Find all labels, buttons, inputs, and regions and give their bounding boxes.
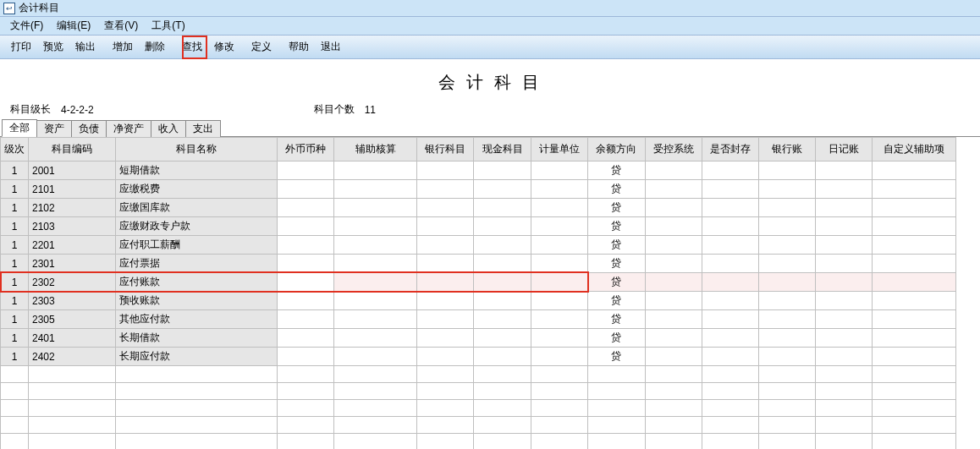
cell-bank-subject[interactable] [416,180,473,199]
cell-bank-subject[interactable] [416,310,473,329]
cell-unit[interactable] [531,199,587,217]
col-code[interactable]: 科目编码 [29,138,116,162]
col-sealed[interactable]: 是否封存 [702,138,759,162]
cell-sealed[interactable] [702,236,759,255]
cell-cash-subject[interactable] [474,236,531,255]
cell-balance-dir[interactable]: 贷 [588,180,645,199]
cell-bank-subject[interactable] [416,329,473,348]
cell-bank-ledger[interactable] [759,162,816,180]
cell-custom-aux[interactable] [872,199,955,217]
cell-custom-aux[interactable] [872,255,955,273]
tab-all[interactable]: 全部 [2,119,37,137]
cell-custom-aux[interactable] [872,236,955,255]
cell-bank-subject[interactable] [416,217,473,236]
cell-unit[interactable] [531,180,587,199]
tb-modify[interactable]: 修改 [208,36,240,57]
cell-bank-subject[interactable] [416,292,473,310]
cell-code[interactable]: 2001 [29,162,116,180]
menu-edit[interactable]: 编辑(E) [50,17,97,35]
tb-find[interactable]: 查找 [176,36,208,57]
cell-currency[interactable] [277,348,333,366]
cell-journal[interactable] [816,180,873,199]
cell-controlled[interactable] [645,217,702,236]
cell-bank-subject[interactable] [416,273,473,292]
cell-bank-ledger[interactable] [759,273,816,292]
cell-bank-ledger[interactable] [759,329,816,348]
cell-name[interactable]: 短期借款 [116,162,277,180]
cell-sealed[interactable] [702,162,759,180]
table-row[interactable]: 12305其他应付款贷 [1,310,956,329]
tab-netasset[interactable]: 净资产 [106,120,151,137]
cell-bank-ledger[interactable] [759,236,816,255]
cell-controlled[interactable] [645,180,702,199]
table-row[interactable]: 12301应付票据贷 [1,255,956,273]
cell-balance-dir[interactable]: 贷 [588,236,645,255]
cell-balance-dir[interactable]: 贷 [588,273,645,292]
cell-code[interactable]: 2301 [29,255,116,273]
cell-level[interactable]: 1 [1,162,29,180]
cell-journal[interactable] [816,329,873,348]
cell-sealed[interactable] [702,180,759,199]
cell-currency[interactable] [277,292,333,310]
cell-journal[interactable] [816,348,873,366]
cell-bank-subject[interactable] [416,199,473,217]
col-cash-subject[interactable]: 现金科目 [474,138,531,162]
menu-tools[interactable]: 工具(T) [145,17,191,35]
cell-name[interactable]: 预收账款 [116,292,277,310]
cell-cash-subject[interactable] [474,292,531,310]
table-row[interactable]: 12402长期应付款贷 [1,348,956,366]
cell-aux[interactable] [334,236,417,255]
cell-unit[interactable] [531,217,587,236]
cell-code[interactable]: 2401 [29,329,116,348]
cell-bank-ledger[interactable] [759,348,816,366]
accounts-table[interactable]: 级次 科目编码 科目名称 外币币种 辅助核算 银行科目 现金科目 计量单位 余额… [0,137,956,449]
cell-unit[interactable] [531,162,587,180]
cell-name[interactable]: 应缴税费 [116,180,277,199]
cell-cash-subject[interactable] [474,348,531,366]
cell-name[interactable]: 应缴财政专户款 [116,217,277,236]
cell-custom-aux[interactable] [872,348,955,366]
cell-sealed[interactable] [702,348,759,366]
tab-liability[interactable]: 负债 [71,120,107,137]
col-level[interactable]: 级次 [1,138,29,162]
cell-custom-aux[interactable] [872,273,955,292]
cell-aux[interactable] [334,180,417,199]
cell-name[interactable]: 应缴国库款 [116,199,277,217]
cell-currency[interactable] [277,255,333,273]
tab-income[interactable]: 收入 [151,120,186,137]
cell-aux[interactable] [334,162,417,180]
cell-unit[interactable] [531,310,587,329]
cell-level[interactable]: 1 [1,273,29,292]
cell-journal[interactable] [816,292,873,310]
cell-aux[interactable] [334,310,417,329]
cell-currency[interactable] [277,162,333,180]
cell-code[interactable]: 2101 [29,180,116,199]
table-row[interactable]: 12103应缴财政专户款贷 [1,217,956,236]
cell-code[interactable]: 2305 [29,310,116,329]
cell-unit[interactable] [531,348,587,366]
cell-cash-subject[interactable] [474,273,531,292]
cell-unit[interactable] [531,236,587,255]
cell-cash-subject[interactable] [474,329,531,348]
cell-sealed[interactable] [702,255,759,273]
cell-cash-subject[interactable] [474,217,531,236]
cell-aux[interactable] [334,292,417,310]
cell-code[interactable]: 2103 [29,217,116,236]
cell-cash-subject[interactable] [474,255,531,273]
cell-custom-aux[interactable] [872,310,955,329]
col-name[interactable]: 科目名称 [116,138,277,162]
tb-delete[interactable]: 删除 [139,36,171,57]
col-bank-subject[interactable]: 银行科目 [416,138,473,162]
cell-aux[interactable] [334,255,417,273]
tb-add[interactable]: 增加 [107,36,139,57]
cell-currency[interactable] [277,310,333,329]
cell-currency[interactable] [277,199,333,217]
cell-code[interactable]: 2201 [29,236,116,255]
cell-level[interactable]: 1 [1,236,29,255]
cell-controlled[interactable] [645,236,702,255]
tb-preview[interactable]: 预览 [37,36,69,57]
cell-sealed[interactable] [702,310,759,329]
table-row[interactable]: 12302应付账款贷 [1,273,956,292]
cell-level[interactable]: 1 [1,292,29,310]
col-balance-dir[interactable]: 余额方向 [588,138,645,162]
